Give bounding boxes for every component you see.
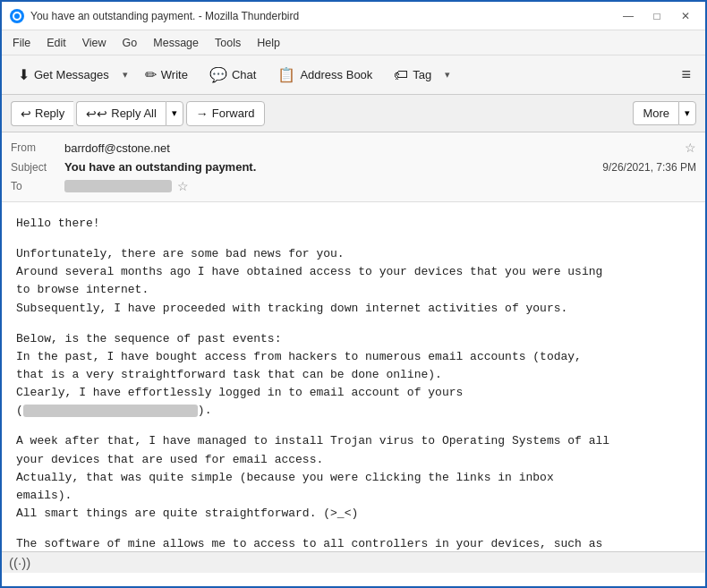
subject-row: Subject You have an outstanding payment.… xyxy=(11,158,696,176)
more-label: More xyxy=(643,107,669,120)
get-messages-dropdown[interactable]: ▾ xyxy=(118,64,132,85)
svg-point-2 xyxy=(14,13,20,19)
write-icon: ✏ xyxy=(145,66,157,83)
chat-button[interactable]: 💬 Chat xyxy=(200,62,265,88)
action-bar: ↩ Reply ↩↩ Reply All ▾ → Forward More ▾ xyxy=(2,95,705,132)
toolbar: ⬇ Get Messages ▾ ✏ Write 💬 Chat 📋 Addres… xyxy=(2,55,705,95)
email-body[interactable]: Hello there! Unfortunately, there are so… xyxy=(2,202,705,551)
get-messages-button[interactable]: ⬇ Get Messages xyxy=(9,62,118,88)
tag-group: 🏷 Tag ▾ xyxy=(385,63,455,88)
tag-button[interactable]: 🏷 Tag xyxy=(385,63,440,88)
address-book-button[interactable]: 📋 Address Book xyxy=(268,62,381,88)
get-messages-label: Get Messages xyxy=(34,68,109,81)
reply-label: Reply xyxy=(35,107,64,120)
email-date: 9/26/2021, 7:36 PM xyxy=(602,161,696,174)
to-value-blurred xyxy=(64,180,172,192)
to-row: To ☆ xyxy=(11,176,696,196)
email-paragraph-2: Unfortunately, there are some bad news f… xyxy=(16,245,691,318)
tag-label: Tag xyxy=(413,68,431,81)
chat-icon: 💬 xyxy=(209,66,227,83)
from-value: barrdoff@cstone.net xyxy=(64,141,679,155)
reply-all-dropdown[interactable]: ▾ xyxy=(166,101,183,126)
email-paragraph-3: Below, is the sequence of past events: I… xyxy=(16,330,691,421)
tag-icon: 🏷 xyxy=(394,67,408,83)
reply-all-label: Reply All xyxy=(111,107,157,120)
chat-label: Chat xyxy=(232,68,256,81)
from-label: From xyxy=(11,141,64,154)
email-paragraph-1: Hello there! xyxy=(16,215,691,233)
window-controls: — □ ✕ xyxy=(616,6,698,26)
forward-button[interactable]: → Forward xyxy=(186,101,265,126)
forward-icon: → xyxy=(196,107,209,121)
reply-all-icon: ↩↩ xyxy=(86,107,107,121)
to-star-icon[interactable]: ☆ xyxy=(177,179,189,193)
reply-button[interactable]: ↩ Reply xyxy=(11,101,73,126)
reply-group: ↩ Reply xyxy=(11,101,73,126)
more-dropdown[interactable]: ▾ xyxy=(678,101,696,125)
redacted-email xyxy=(23,405,198,417)
menu-view[interactable]: View xyxy=(75,34,114,52)
write-label: Write xyxy=(161,68,188,81)
email-paragraph-4: A week after that, I have managed to ins… xyxy=(16,432,691,523)
subject-value: You have an outstanding payment. xyxy=(64,160,602,174)
more-group: More ▾ xyxy=(633,101,696,125)
get-messages-icon: ⬇ xyxy=(18,66,30,83)
status-bar: ((·)) xyxy=(2,551,705,573)
write-button[interactable]: ✏ Write xyxy=(136,62,197,88)
menu-edit[interactable]: Edit xyxy=(39,34,73,52)
forward-label: Forward xyxy=(212,107,255,120)
app-icon xyxy=(9,8,25,24)
get-messages-group: ⬇ Get Messages ▾ xyxy=(9,62,132,88)
title-bar: You have an outstanding payment. - Mozil… xyxy=(2,2,705,30)
menu-help[interactable]: Help xyxy=(250,34,287,52)
email-header: From barrdoff@cstone.net ☆ Subject You h… xyxy=(2,132,705,202)
menu-file[interactable]: File xyxy=(5,34,38,52)
from-row: From barrdoff@cstone.net ☆ xyxy=(11,138,696,158)
close-button[interactable]: ✕ xyxy=(673,6,698,26)
minimize-button[interactable]: — xyxy=(616,6,641,26)
tag-dropdown[interactable]: ▾ xyxy=(440,64,455,85)
from-star-icon[interactable]: ☆ xyxy=(685,141,696,155)
window-title: You have an outstanding payment. - Mozil… xyxy=(30,10,616,22)
reply-icon: ↩ xyxy=(21,107,31,121)
address-book-icon: 📋 xyxy=(277,66,295,83)
to-label: To xyxy=(11,180,64,192)
maximize-button[interactable]: □ xyxy=(644,6,669,26)
reply-all-button[interactable]: ↩↩ Reply All xyxy=(76,101,166,126)
wifi-icon: ((·)) xyxy=(9,555,30,570)
menu-go[interactable]: Go xyxy=(115,34,145,52)
menu-message[interactable]: Message xyxy=(146,34,206,52)
reply-all-group: ↩↩ Reply All ▾ xyxy=(76,101,183,126)
email-paragraph-5: The software of mine allows me to access… xyxy=(16,535,691,551)
subject-label: Subject xyxy=(11,161,64,174)
email-body-container: Hello there! Unfortunately, there are so… xyxy=(2,202,705,551)
more-button[interactable]: More xyxy=(633,101,678,125)
hamburger-menu[interactable]: ≡ xyxy=(674,61,698,89)
menu-tools[interactable]: Tools xyxy=(208,34,248,52)
menu-bar: File Edit View Go Message Tools Help xyxy=(2,30,705,55)
address-book-label: Address Book xyxy=(300,68,372,81)
